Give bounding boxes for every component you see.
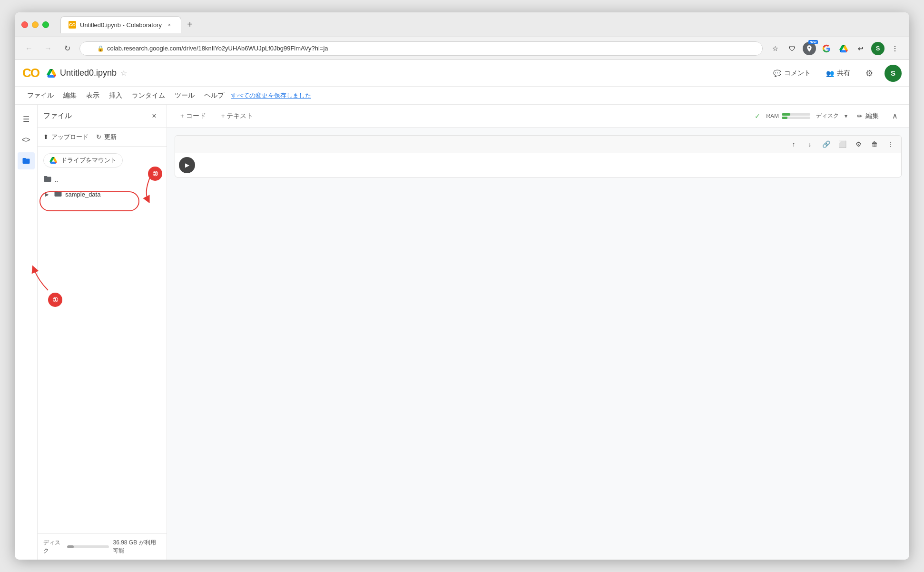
minimize-traffic-light[interactable] [32, 21, 39, 28]
sidebar-title: ファイル [43, 111, 72, 120]
sidebar-icons: ☰ <> [15, 105, 38, 560]
url-text: colab.research.google.com/drive/18knIiYo… [107, 45, 328, 52]
cell-code-toggle-button[interactable]: ⬜ [836, 138, 849, 151]
disk-fill-res [782, 117, 787, 119]
shield-icon-btn[interactable]: 🛡 [786, 42, 799, 55]
new-tab-button[interactable]: + [183, 18, 197, 31]
app-content: CO Untitled0.ipynb ☆ 💬 コメント [15, 60, 909, 560]
sidebar-bottom: ディスク 36.98 GB が利用可能 [38, 533, 167, 560]
cell-link-button[interactable]: 🔗 [819, 138, 833, 151]
ram-fill [782, 113, 790, 116]
menu-edit[interactable]: 編集 [59, 89, 81, 102]
drive-mount-row: ドライブをマウント [38, 150, 167, 170]
edit-button[interactable]: ✏ 編集 [851, 109, 885, 123]
code-snippets-icon[interactable]: <> [18, 131, 35, 148]
forward-button[interactable]: → [41, 42, 55, 55]
header-right-actions: 💬 コメント 👥 共有 ⚙ S [769, 65, 902, 82]
tab-favicon: CO [69, 21, 76, 29]
menu-help[interactable]: ヘルプ [199, 89, 229, 102]
upload-icon: ⬆ [43, 133, 49, 140]
address-input[interactable]: 🔒 colab.research.google.com/drive/18knIi… [79, 41, 763, 56]
code-cell: ↑ ↓ 🔗 ⬜ ⚙ 🗑 ⋮ ▶ [175, 135, 902, 178]
lock-icon: 🔒 [97, 45, 104, 52]
file-tree-item-parent[interactable]: .. [38, 172, 167, 187]
resource-dropdown[interactable]: ▾ [845, 113, 847, 119]
drive-icon [47, 69, 56, 78]
sidebar-panel: ファイル × ⬆ アップロード ↻ 更新 [38, 105, 167, 560]
sidebar-toolbar: ⬆ アップロード ↻ 更新 [38, 128, 167, 147]
menu-runtime[interactable]: ランタイム [127, 89, 170, 102]
save-status[interactable]: すべての変更を保存しました [231, 91, 311, 100]
tab-title: Untitled0.ipynb - Colaboratory [80, 21, 162, 29]
comment-button[interactable]: 💬 コメント [769, 67, 815, 79]
address-bar: ← → ↻ 🔒 colab.research.google.com/drive/… [15, 37, 909, 60]
expand-button[interactable]: ▶ [43, 191, 51, 198]
file-title-area: Untitled0.ipynb ☆ [47, 68, 764, 78]
file-tree: .. ▶ sample_data [38, 170, 167, 204]
upload-button[interactable]: ⬆ アップロード [43, 133, 88, 141]
drive-icon-btn[interactable] [837, 42, 850, 55]
title-bar: CO Untitled0.ipynb - Colaboratory × + [15, 12, 909, 37]
history-icon-btn[interactable]: ↩ [854, 42, 867, 55]
menu-file[interactable]: ファイル [22, 89, 59, 102]
collapse-all-button[interactable]: ∧ [888, 109, 902, 123]
menu-view[interactable]: 表示 [81, 89, 104, 102]
folder-icon [43, 175, 52, 185]
extension-badge[interactable]: New [803, 42, 816, 55]
close-traffic-light[interactable] [21, 21, 28, 28]
add-text-button[interactable]: + テキスト [216, 109, 259, 123]
cell-settings-button[interactable]: ⚙ [852, 138, 865, 151]
files-icon[interactable] [18, 152, 35, 169]
active-tab[interactable]: CO Untitled0.ipynb - Colaboratory × [60, 16, 181, 33]
cell-run-button[interactable]: ▶ [179, 157, 195, 173]
bookmark-button[interactable]: ☆ [768, 42, 782, 55]
sidebar-header: ファイル × [38, 105, 167, 128]
resource-bars [782, 113, 810, 119]
browser-toolbar-icons: ☆ 🛡 New ↩ S ⋮ [768, 42, 902, 55]
add-code-button[interactable]: + コード [175, 109, 212, 123]
disk-bar-res [782, 117, 810, 119]
settings-button[interactable]: ⚙ [862, 66, 877, 81]
cell-move-down-button[interactable]: ↓ [803, 138, 816, 151]
folder-icon-sample [54, 189, 62, 199]
comment-icon: 💬 [773, 69, 781, 77]
notebook-area: + コード + テキスト ✓ RAM [167, 105, 909, 560]
menu-toggle-button[interactable]: ☰ [18, 110, 35, 128]
menu-tools[interactable]: ツール [170, 89, 199, 102]
disk-usage-bar [67, 545, 109, 548]
colab-logo: CO [22, 66, 39, 80]
user-avatar[interactable]: S [885, 65, 902, 82]
traffic-lights [21, 21, 49, 28]
back-button[interactable]: ← [22, 42, 36, 55]
file-tree-item-sample-data[interactable]: ▶ sample_data [38, 187, 167, 202]
tab-bar: CO Untitled0.ipynb - Colaboratory × + [60, 16, 903, 33]
share-button[interactable]: 👥 共有 [822, 67, 854, 79]
disk-size-label: 36.98 GB が利用可能 [113, 539, 161, 555]
drive-mount-button[interactable]: ドライブをマウント [43, 153, 123, 168]
menu-insert[interactable]: 挿入 [104, 89, 127, 102]
cell-delete-button[interactable]: 🗑 [868, 138, 881, 151]
tab-close-button[interactable]: × [166, 21, 173, 29]
cell-move-up-button[interactable]: ↑ [787, 138, 800, 151]
chrome-user-avatar[interactable]: S [871, 42, 885, 55]
sidebar-close-button[interactable]: × [147, 109, 161, 123]
colab-header: CO Untitled0.ipynb ☆ 💬 コメント [15, 60, 909, 87]
star-icon[interactable]: ☆ [120, 69, 127, 78]
maximize-traffic-light[interactable] [42, 21, 49, 28]
refresh-icon: ↻ [96, 133, 101, 140]
refresh-button[interactable]: ↻ [60, 42, 74, 55]
main-layout: ☰ <> ファイル × ⬆ [15, 105, 909, 560]
notebook-cells: ↑ ↓ 🔗 ⬜ ⚙ 🗑 ⋮ ▶ [167, 128, 909, 560]
check-icon: ✓ [755, 112, 760, 120]
chrome-menu-btn[interactable]: ⋮ [888, 42, 902, 55]
cell-body[interactable] [197, 157, 897, 171]
disk-bar-fill [67, 545, 73, 548]
resource-monitor: ✓ RAM ディスク [755, 112, 847, 120]
ram-bar [782, 113, 810, 116]
file-name[interactable]: Untitled0.ipynb [60, 68, 117, 78]
sidebar: ☰ <> ファイル × ⬆ [15, 105, 167, 560]
google-icon-btn[interactable] [820, 42, 833, 55]
refresh-button[interactable]: ↻ 更新 [96, 133, 117, 141]
people-icon: 👥 [826, 69, 834, 77]
cell-more-button[interactable]: ⋮ [884, 138, 897, 151]
